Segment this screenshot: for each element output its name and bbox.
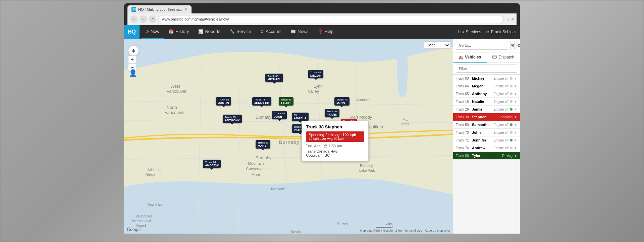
list-item[interactable]: Truck 15 Natalie Engine off ▼ [453,98,520,106]
nav-item-history[interactable]: 📅 History [164,25,194,39]
back-button[interactable]: ← [130,15,138,23]
compass[interactable]: ⊕ [128,45,139,56]
vehicle-status: Engine off [493,100,508,104]
vehicle-status: Engine off [493,108,508,111]
nav-item-now[interactable]: ⊙ Now [141,25,164,39]
right-panel: ⊞ ⚙ 🚛 Vehicles 💬 Dispatch [453,39,520,234]
svg-text:Burnaby: Burnaby [360,164,373,168]
filter-bar [453,63,520,75]
status-indicator [510,92,513,95]
chevron-icon: ▼ [514,100,517,104]
list-item[interactable]: Truck 80 Tyler Driving ▼ [453,152,520,160]
vehicle-status: Engine off [493,92,508,96]
nav-item-reports[interactable]: 📊 Reports [194,25,225,39]
goto-input[interactable] [456,41,508,50]
list-item[interactable]: Truck 04 Megan Engine off ▼ [453,82,520,90]
map-area[interactable]: West Vancouver North Vancouver Burnaby L… [124,39,453,234]
hq-logo[interactable]: HQ [124,25,140,39]
list-item[interactable]: Truck 70 John Engine off ▼ [453,129,520,136]
list-item[interactable]: Truck 74 Andrew Engine off ▼ [453,144,520,152]
popup-location: Coquitlam, BC [306,153,364,157]
tab-close-button[interactable]: ✕ [184,7,187,12]
truck-marker-99[interactable]: Truck 99 FRANK [325,109,339,117]
tab-title: HQ | Making your fleet m... [138,7,182,11]
star-icon[interactable]: ☆ [506,17,510,22]
help-icon: ❓ [318,29,323,34]
vehicle-status: Driving [502,154,513,158]
truck-icon: 🚛 [459,55,464,59]
truck-number: Truck 15 [456,100,471,104]
list-item[interactable]: Truck 05 Anthony Engine off ▼ [453,90,520,98]
truck-marker-98[interactable]: Truck 98 JUSTIN [216,97,231,106]
chat-icon: 💬 [492,55,497,59]
truck-marker-98b[interactable]: Truck 98 JOSE [272,111,287,119]
svg-text:Anmore: Anmore [356,98,370,102]
map-type-dropdown[interactable]: Map Satellite [424,41,450,49]
nav-item-account[interactable]: ⚙ Account [256,25,286,39]
status-indicator [510,100,513,103]
panel-tabs: 🚛 Vehicles 💬 Dispatch [453,52,520,63]
truck-number: Truck 74 [456,146,471,150]
grid-view-button[interactable]: ⊞ [510,41,515,50]
truck-number: Truck 04 [456,84,471,88]
popup-road: Trans-Canada Hwy, [306,149,364,153]
browser-icons: ☆ ≡ [506,17,514,22]
status-indicator [510,131,513,134]
speed-detail: 20 kph over Avg 80 kph [309,137,362,140]
truck-number: Truck 70 [456,131,471,134]
url-bar[interactable]: www.baseloc.com/hq/map#vehicles/now/ [158,15,504,23]
truck-marker-80[interactable]: Truck 80 TYLER [279,97,293,106]
popup-title: Truck 38 Stephen [306,124,364,129]
truck-number: Truck 05 [456,92,471,96]
forward-button[interactable]: → [140,15,147,23]
status-indicator [510,85,513,87]
truck-marker-04[interactable]: Truck 04 MEGAN [308,70,324,78]
refresh-button[interactable]: ↻ [149,15,156,23]
company-name: Lux Services, Inc. Frank Schlock [458,30,517,34]
list-item[interactable]: Truck 50 Samantha Engine off ▼ [453,121,520,129]
truck-marker-35[interactable]: 35 ANGELA [292,113,309,121]
truck-marker-71[interactable]: Truck 71 JENNIFER [252,97,271,106]
tab-favicon: HQ [131,7,136,12]
dispatch-tab[interactable]: 💬 Dispatch [487,52,520,63]
settings-button[interactable]: ⚙ [517,41,520,50]
list-item[interactable]: Truck 03 Michael Engine off ▼ [453,75,520,82]
active-tab[interactable]: HQ HQ | Making your fleet m... ✕ [127,5,192,13]
nav-item-news[interactable]: 📰 News [286,25,313,39]
driver-name: Megan [472,84,492,88]
vehicle-status: Engine off [493,84,508,88]
list-item[interactable]: Truck 71 Jennifer Engine off ▼ [453,136,520,144]
nav-reports-label: Reports [205,29,220,34]
pegman-icon[interactable]: 👤 [129,69,134,78]
panel-toolbar: ⊞ ⚙ [453,39,520,52]
chevron-icon: ▼ [514,77,517,80]
driver-name: Stephen [472,115,497,119]
truck-marker-05[interactable]: Truck 05 ANTHONY [223,115,242,123]
driver-name: Tyler [472,154,501,158]
driver-name: Jamie [472,107,492,111]
chevron-icon: ▼ [514,123,517,127]
list-item[interactable]: Truck 26 Jamie Engine off ▼ [453,106,520,113]
nav-item-service[interactable]: 🔧 Service [225,25,256,39]
map-svg: West Vancouver North Vancouver Burnaby L… [124,39,453,234]
driver-name: Anthony [472,92,492,96]
reports-icon: 📊 [198,29,203,34]
truck-marker-70[interactable]: Truck 70 JOHN [334,97,349,106]
browser-chrome: HQ HQ | Making your fleet m... ✕ ← → ↻ w… [124,3,520,25]
speeding-label: Speeding [309,133,324,137]
truck-marker-74[interactable]: Truck 74 ANDREW [203,160,221,168]
list-item-speeding[interactable]: Truck 38 Stephen Speeding ▼ [453,113,520,121]
filter-input[interactable] [456,65,517,73]
zoom-in-button[interactable]: + [128,55,136,64]
menu-icon[interactable]: ≡ [511,17,514,22]
nav-item-help[interactable]: ❓ Help [313,25,338,39]
truck-number: Truck 50 [456,123,471,127]
truck-marker-03[interactable]: Truck 03 MICHAEL [265,74,283,82]
status-indicator [510,108,513,111]
svg-text:Vancouver: Vancouver [136,214,152,218]
dispatch-tab-label: Dispatch [498,55,514,59]
vehicles-tab[interactable]: 🚛 Vehicles [453,52,487,63]
truck-marker-91[interactable]: Truck 91 MARY [256,140,270,149]
svg-text:Mountain: Mountain [248,161,264,165]
url-text: www.baseloc.com/hq/map#vehicles/now/ [162,17,229,21]
